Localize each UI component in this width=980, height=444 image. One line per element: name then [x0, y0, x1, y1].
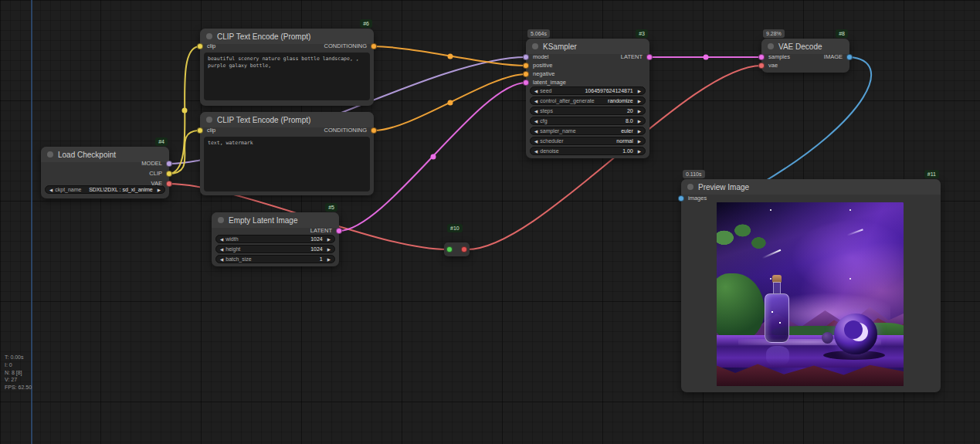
right-arrow-icon[interactable]: ▶ [327, 237, 331, 242]
node-title-bar[interactable]: KSampler [526, 39, 649, 54]
right-arrow-icon[interactable]: ▶ [638, 109, 641, 114]
widget-value: 20 [627, 108, 633, 114]
control-after-generate-widget[interactable]: ◀ control_after_generate randomize ▶ [530, 97, 646, 105]
batch-size-widget[interactable]: ◀ batch_size 1 ▶ [215, 255, 335, 263]
model-input-port[interactable] [523, 54, 529, 60]
widget-label: ckpt_name [55, 187, 81, 192]
node-clip-text-encode-positive[interactable]: #6 CLIP Text Encode (Prompt) clip CONDIT… [200, 29, 374, 106]
left-arrow-icon[interactable]: ◀ [534, 129, 537, 134]
reroute-input-port[interactable] [446, 246, 453, 253]
image-bottle-reflection [766, 346, 789, 366]
input-label-negative: negative [533, 70, 554, 78]
height-widget[interactable]: ◀ height 1024 ▶ [215, 245, 335, 253]
conditioning-output-port[interactable] [371, 43, 377, 49]
input-label-clip: clip [207, 127, 215, 134]
right-arrow-icon[interactable]: ▶ [638, 139, 641, 144]
steps-widget[interactable]: ◀ steps 20 ▶ [530, 107, 646, 115]
conditioning-output-port[interactable] [371, 127, 377, 134]
node-clip-text-encode-negative[interactable]: CLIP Text Encode (Prompt) clip CONDITION… [200, 112, 374, 195]
left-arrow-icon[interactable]: ◀ [534, 89, 537, 93]
left-arrow-icon[interactable]: ◀ [534, 119, 537, 124]
seed-widget[interactable]: ◀ seed 1064597624124871 ▶ [530, 86, 646, 95]
positive-prompt-textarea[interactable]: beautiful scenery nature glass bottle la… [204, 53, 370, 100]
width-widget[interactable]: ◀ width 1024 ▶ [215, 235, 335, 243]
widget-label: scheduler [540, 138, 563, 144]
node-id-badge: #4 [155, 137, 168, 146]
right-arrow-icon[interactable]: ▶ [638, 89, 641, 93]
node-preview-image[interactable]: 0.110s #11 Preview Image images [681, 179, 941, 392]
node-title-bar[interactable]: VAE Decode [761, 39, 849, 54]
right-arrow-icon[interactable]: ▶ [638, 149, 641, 154]
latent-output-port[interactable] [646, 54, 653, 60]
collapse-dot-icon[interactable] [218, 217, 224, 223]
collapse-dot-icon[interactable] [687, 184, 693, 190]
link-dot [431, 154, 436, 160]
vae-output-port[interactable] [166, 181, 172, 187]
negative-prompt-textarea[interactable]: text, watermark [204, 137, 370, 191]
node-reroute[interactable]: #10 [444, 242, 470, 256]
link-dot [704, 55, 709, 60]
left-arrow-icon[interactable]: ◀ [220, 257, 223, 262]
collapse-dot-icon[interactable] [47, 151, 53, 158]
samples-input-port[interactable] [758, 54, 765, 60]
output-label-conditioning: CONDITIONING [324, 42, 367, 50]
widget-value: 1024 [310, 246, 323, 252]
clip-output-port[interactable] [166, 171, 172, 177]
node-title-bar[interactable]: Empty Latent Image [212, 212, 339, 228]
collapse-dot-icon[interactable] [532, 43, 538, 49]
scheduler-widget[interactable]: ◀ scheduler normal ▶ [530, 137, 646, 145]
node-title-bar[interactable]: Preview Image [681, 179, 941, 195]
collapse-dot-icon[interactable] [768, 43, 774, 49]
link-dot [182, 108, 188, 114]
right-arrow-icon[interactable]: ▶ [638, 119, 641, 124]
left-arrow-icon[interactable]: ◀ [49, 188, 53, 192]
node-title-bar[interactable]: CLIP Text Encode (Prompt) [200, 112, 374, 127]
node-title: Preview Image [698, 183, 749, 191]
stat-line: N: 8 [8] [5, 369, 32, 377]
image-bottle-stars [766, 297, 788, 340]
widget-value: 1064597624124871 [585, 88, 632, 93]
left-arrow-icon[interactable]: ◀ [220, 247, 223, 252]
denoise-widget[interactable]: ◀ denoise 1.00 ▶ [530, 147, 646, 155]
node-load-checkpoint[interactable]: #4 Load Checkpoint MODEL CLIP VAE ◀ ckpt… [41, 147, 169, 198]
node-graph-canvas[interactable]: #4 Load Checkpoint MODEL CLIP VAE ◀ ckpt… [0, 0, 980, 444]
reroute-output-port[interactable] [461, 246, 467, 253]
output-label-clip: CLIP [149, 170, 162, 178]
left-arrow-icon[interactable]: ◀ [534, 139, 537, 144]
image-output-port[interactable] [846, 54, 853, 60]
node-id-badge: #10 [447, 224, 463, 232]
right-arrow-icon[interactable]: ▶ [327, 247, 331, 252]
clip-input-port[interactable] [197, 127, 203, 134]
right-arrow-icon[interactable]: ▶ [158, 188, 161, 192]
right-arrow-icon[interactable]: ▶ [638, 129, 641, 134]
sampler-name-widget[interactable]: ◀ sampler_name euler ▶ [530, 127, 646, 135]
link-dot [448, 100, 453, 106]
node-empty-latent-image[interactable]: #5 Empty Latent Image LATENT ◀ width 102… [212, 212, 339, 266]
widget-value: SDXL\2DXL : sd_xl_anime [89, 187, 153, 192]
right-arrow-icon[interactable]: ▶ [638, 99, 641, 103]
left-arrow-icon[interactable]: ◀ [534, 99, 537, 103]
input-label-clip: clip [207, 42, 215, 50]
latent-image-input-port[interactable] [523, 80, 529, 86]
widget-label: width [226, 236, 238, 242]
right-arrow-icon[interactable]: ▶ [327, 257, 331, 262]
cfg-widget[interactable]: ◀ cfg 8.0 ▶ [530, 117, 646, 125]
left-arrow-icon[interactable]: ◀ [534, 149, 537, 154]
vae-input-port[interactable] [758, 63, 765, 69]
input-label-positive: positive [533, 62, 552, 69]
clip-input-port[interactable] [197, 43, 203, 49]
ckpt-name-widget[interactable]: ◀ ckpt_name SDXL\2DXL : sd_xl_anime ▶ [45, 185, 165, 194]
node-title-bar[interactable]: CLIP Text Encode (Prompt) [200, 29, 374, 44]
collapse-dot-icon[interactable] [206, 33, 212, 39]
image-bottle-neck [773, 282, 781, 294]
latent-output-port[interactable] [336, 228, 342, 234]
positive-input-port[interactable] [523, 63, 529, 69]
left-arrow-icon[interactable]: ◀ [534, 109, 537, 114]
node-ksampler[interactable]: 5.064s #3 KSampler model positive negati… [526, 39, 649, 158]
model-output-port[interactable] [166, 161, 172, 167]
images-input-port[interactable] [678, 195, 684, 202]
collapse-dot-icon[interactable] [206, 117, 212, 123]
negative-input-port[interactable] [523, 71, 529, 77]
left-arrow-icon[interactable]: ◀ [220, 237, 223, 242]
node-vae-decode[interactable]: 9.28% #8 VAE Decode samples vae IMAGE [761, 39, 849, 73]
